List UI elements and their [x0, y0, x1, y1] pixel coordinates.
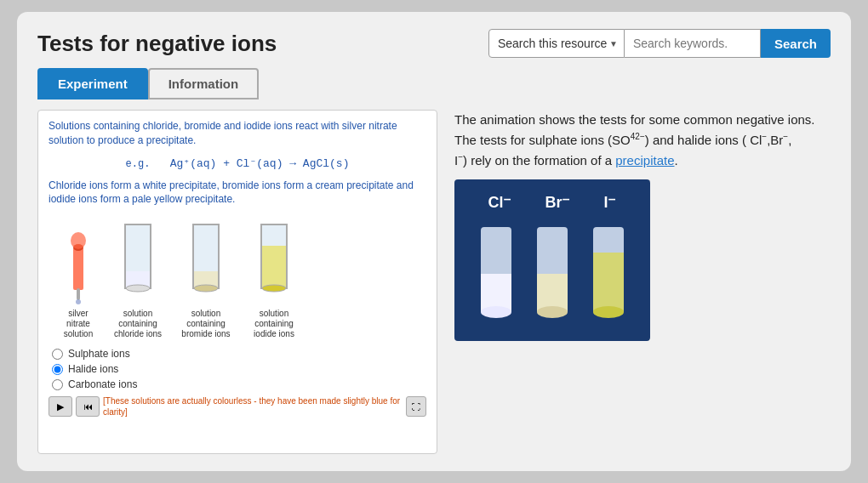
- photo-label-br: Br⁻: [545, 193, 570, 212]
- tab-information[interactable]: Information: [148, 68, 260, 99]
- svg-point-8: [126, 285, 150, 292]
- svg-point-2: [71, 232, 86, 249]
- svg-point-22: [537, 306, 568, 318]
- photo-tube-cl: [474, 219, 518, 329]
- radio-sulphate-input[interactable]: [52, 349, 63, 360]
- desc-line3: I−) rely on the formation of a precipita…: [454, 153, 678, 168]
- skip-back-icon: ⏮: [83, 401, 93, 412]
- svg-rect-0: [73, 247, 83, 290]
- tube-iodide-svg: [253, 220, 295, 305]
- tube-iodide: solution containing iodide ions: [244, 220, 304, 339]
- sup-cl: −: [762, 132, 767, 141]
- controls-row: ▶ ⏮ [These solutions are actually colour…: [49, 395, 426, 418]
- tube-chloride-svg: [117, 220, 159, 305]
- radio-halide[interactable]: Halide ions: [52, 363, 426, 375]
- svg-point-4: [76, 299, 81, 304]
- photo-label-i: I⁻: [603, 193, 616, 212]
- search-button[interactable]: Search: [761, 29, 831, 58]
- precipitate-link[interactable]: precipitate: [615, 153, 674, 168]
- tube-bromide-label: solution containing bromide ions: [176, 309, 236, 339]
- photo-labels: Cl⁻ Br⁻ I⁻: [454, 193, 650, 212]
- desc-line2: The tests for sulphate ions (SO42−) and …: [454, 133, 791, 147]
- svg-rect-3: [77, 288, 80, 300]
- radio-sulphate-label: Sulphate ions: [68, 348, 130, 360]
- tube-chloride: solution containing chloride ions: [108, 220, 168, 339]
- radio-sulphate[interactable]: Sulphate ions: [52, 348, 426, 360]
- radio-carbonate-label: Carbonate ions: [68, 378, 137, 390]
- experiment-info-text: Solutions containing chloride, bromide a…: [49, 119, 426, 148]
- chemical-equation: e.g. Ag⁺(aq) + Cl⁻(aq) → AgCl(s): [49, 153, 426, 173]
- svg-point-25: [593, 306, 624, 318]
- radio-halide-label: Halide ions: [68, 363, 118, 375]
- precipitate-text: Chloride ions form a white precipitate, …: [49, 179, 426, 207]
- sup-i: −: [458, 152, 463, 162]
- photo-tubes: [474, 219, 631, 334]
- tabs-row: Experiment Information: [37, 68, 831, 99]
- dropper-svg: [61, 222, 95, 307]
- svg-rect-24: [593, 253, 624, 312]
- tube-chloride-label: solution containing chloride ions: [108, 309, 168, 339]
- header-row: Tests for negative ions Search this reso…: [37, 29, 831, 58]
- description-text: The animation shows the tests for some c…: [454, 110, 831, 171]
- svg-point-19: [481, 306, 511, 318]
- page-title: Tests for negative ions: [37, 31, 277, 57]
- tab-experiment[interactable]: Experiment: [37, 68, 148, 99]
- experiment-panel: Solutions containing chloride, bromide a…: [37, 110, 437, 454]
- radio-group: Sulphate ions Halide ions Carbonate ions: [49, 348, 426, 390]
- note-text: [These solutions are actually colourless…: [103, 395, 403, 418]
- svg-point-12: [194, 285, 218, 292]
- svg-rect-15: [262, 246, 286, 287]
- skip-back-button[interactable]: ⏮: [76, 396, 100, 417]
- radio-carbonate-input[interactable]: [52, 379, 63, 390]
- photo-tube-br: [530, 219, 574, 329]
- content-area: Solutions containing chloride, bromide a…: [37, 110, 831, 454]
- photo-tube-i: [586, 219, 631, 329]
- svg-point-16: [262, 285, 286, 292]
- desc-line1: The animation shows the tests for some c…: [454, 112, 815, 127]
- photo-container: Cl⁻ Br⁻ I⁻: [454, 179, 650, 341]
- sup-2minus: 2−: [635, 132, 644, 141]
- photo-label-cl: Cl⁻: [488, 193, 511, 212]
- search-input[interactable]: [625, 29, 761, 58]
- radio-halide-input[interactable]: [52, 364, 63, 375]
- fullscreen-button[interactable]: ⛶: [406, 396, 426, 417]
- sup-br: −: [783, 132, 788, 141]
- tube-bromide: solution containing bromide ions: [176, 220, 236, 339]
- dropper-label: silver nitrate solution: [57, 309, 100, 339]
- info-panel: The animation shows the tests for some c…: [454, 110, 831, 454]
- search-dropdown-wrapper: Search this resource ▼: [488, 29, 625, 58]
- search-dropdown[interactable]: Search this resource: [488, 29, 625, 58]
- tubes-area: silver nitrate solution solution contain…: [49, 212, 426, 343]
- fullscreen-icon: ⛶: [412, 402, 420, 412]
- tube-bromide-svg: [185, 220, 227, 305]
- tube-iodide-label: solution containing iodide ions: [244, 309, 304, 339]
- main-container: Tests for negative ions Search this reso…: [17, 12, 851, 471]
- radio-carbonate[interactable]: Carbonate ions: [52, 378, 426, 390]
- dropper-group: silver nitrate solution: [57, 222, 100, 339]
- search-bar: Search this resource ▼ Search: [488, 29, 831, 58]
- play-button[interactable]: ▶: [49, 396, 72, 417]
- play-icon: ▶: [57, 401, 64, 412]
